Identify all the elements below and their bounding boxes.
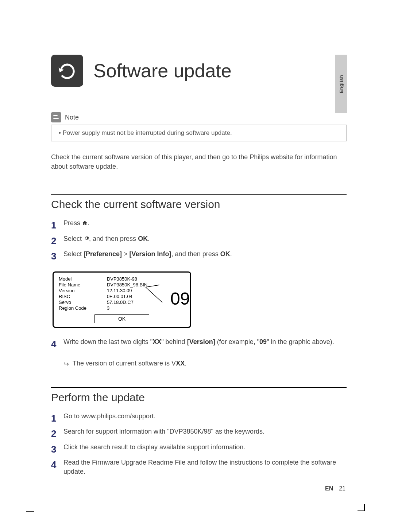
section-check-heading: Check the current software version (51, 198, 347, 211)
step-1: 1Go to www.philips.com/support. (51, 412, 347, 425)
vg-values: DVP3850K-98 DVP3850K_98.BIN 12.11.30.09 … (107, 276, 147, 311)
steps-check: 1 Press . 2 Select , and then press OK. … (51, 219, 347, 263)
step-number: 4 (51, 458, 63, 471)
sub-text: . (185, 360, 186, 367)
note-label: Note (65, 114, 79, 121)
vg-labels: Model File Name Version RISC Servo Regio… (59, 276, 86, 311)
vg-label: Servo (59, 300, 86, 305)
callout: 09 (145, 284, 170, 306)
step-number: 3 (51, 250, 63, 263)
step-2: 2 Select , and then press OK. (51, 234, 347, 247)
version-info-label: [Version Info] (130, 250, 171, 258)
step-number: 4 (51, 337, 63, 351)
vg-value: DVP3850K_98.BIN (107, 282, 147, 287)
step-text: Go to www.philips.com/support. (63, 412, 347, 421)
step-text: Read the Firmware Upgrade Readme File an… (63, 458, 347, 476)
crop-mark-icon (26, 511, 34, 512)
xx-label: XX (176, 360, 185, 367)
step-4: 4Read the Firmware Upgrade Readme File a… (51, 458, 347, 476)
sub-bullet: ↪ The version of current software is VXX… (63, 360, 347, 369)
vg-ok-button: OK (94, 314, 149, 323)
page-footer: EN21 (325, 485, 345, 492)
step-text: Select (63, 250, 84, 258)
result-arrow-icon: ↪ (63, 360, 69, 369)
step-text: . (230, 250, 232, 258)
step-text: Click the search result to display avail… (63, 443, 347, 452)
note-body: Power supply must not be interrupted dur… (51, 125, 347, 141)
steps-check-cont: 4 Write down the last two digits "XX" be… (51, 337, 347, 351)
step-text: Write down the last two digits " (63, 338, 152, 345)
intro-text: Check the current software version of th… (51, 152, 347, 171)
step-text: > (122, 250, 130, 258)
step-text: Press (63, 219, 82, 227)
vg-label: RISC (59, 294, 86, 299)
step-1: 1 Press . (51, 219, 347, 232)
step-3: 3 Select [Preference] > [Version Info], … (51, 250, 347, 263)
vg-label: Version (59, 288, 86, 293)
language-tab-label: English (339, 75, 344, 93)
step-text: (for example, " (215, 338, 259, 345)
crop-mark-icon (358, 504, 365, 511)
step-number: 1 (51, 412, 63, 425)
vg-value: 0E.00.01.04 (107, 294, 147, 299)
step-4: 4 Write down the last two digits "XX" be… (51, 337, 347, 351)
callout-line-icon (145, 284, 170, 305)
language-tab: English (335, 55, 347, 113)
section-perform-heading: Perform the update (51, 391, 347, 404)
step-number: 2 (51, 427, 63, 440)
vg-value: 12.11.30.09 (107, 288, 147, 293)
title-block: Software update (51, 55, 347, 87)
version-label: [Version] (187, 338, 215, 345)
divider (51, 387, 347, 388)
vg-label: Model (59, 276, 86, 282)
page-title: Software update (93, 60, 232, 82)
vg-label: Region Code (59, 305, 86, 311)
example-label: 09 (259, 338, 267, 345)
step-2: 2Search for support information with "DV… (51, 427, 347, 440)
callout-number: 09 (170, 289, 190, 309)
xx-label: XX (152, 338, 161, 345)
vg-label: File Name (59, 282, 86, 287)
step-text: " behind (161, 338, 187, 345)
step-number: 1 (51, 219, 63, 232)
footer-page: 21 (339, 485, 345, 492)
step-text: , and then press (171, 250, 220, 258)
step-text: Select (63, 235, 84, 242)
step-text: . (148, 235, 150, 242)
vg-value: 57.18.0D.C7 (107, 300, 147, 305)
step-text: . (88, 219, 89, 227)
gear-icon (84, 234, 89, 243)
step-text: , and then press (89, 235, 138, 242)
divider (51, 194, 347, 195)
note-icon (51, 112, 61, 122)
step-number: 3 (51, 443, 63, 456)
note-block: Note Power supply must not be interrupte… (51, 112, 347, 141)
step-text: " in the graphic above). (267, 338, 334, 345)
sub-text: The version of current software is V (73, 360, 176, 367)
step-number: 2 (51, 234, 63, 247)
steps-perform: 1Go to www.philips.com/support. 2Search … (51, 412, 347, 477)
note-item: Power supply must not be interrupted dur… (59, 129, 340, 137)
ok-label: OK (138, 235, 148, 242)
footer-lang: EN (325, 485, 333, 492)
vg-value: 3 (107, 305, 147, 311)
version-info-graphic: Model File Name Version RISC Servo Regio… (53, 271, 191, 328)
step-3: 3Click the search result to display avai… (51, 443, 347, 456)
vg-value: DVP3850K-98 (107, 276, 147, 282)
update-icon (51, 55, 83, 87)
home-icon (82, 219, 88, 228)
step-text: Search for support information with "DVP… (63, 427, 347, 436)
pref-label: [Preference] (84, 250, 122, 258)
ok-label: OK (220, 250, 230, 258)
